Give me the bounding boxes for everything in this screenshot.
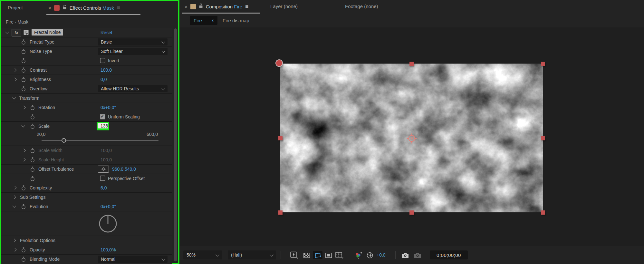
handle-top-center[interactable] [409, 62, 414, 66]
exposure-button[interactable] [365, 251, 375, 259]
handle-bottom-right[interactable] [541, 210, 545, 215]
row-scale-width: Scale Width 100,0 [1, 146, 172, 155]
chevron-right-icon[interactable] [22, 158, 25, 161]
tab-title: Composition Fire [206, 4, 242, 9]
tab-layer[interactable]: Layer (none) [270, 4, 298, 9]
stopwatch-icon[interactable] [30, 124, 35, 129]
chevron-right-icon[interactable] [13, 68, 16, 72]
chevron-right-icon[interactable] [13, 77, 16, 81]
stopwatch-icon[interactable] [21, 58, 26, 64]
mask-visibility-button[interactable] [313, 251, 322, 259]
evolution-dial[interactable] [98, 213, 118, 235]
region-of-interest-button[interactable] [324, 251, 333, 259]
slider-max-label: 600,0 [140, 132, 158, 137]
close-icon[interactable]: × [185, 4, 187, 9]
handle-mid-right[interactable] [541, 136, 545, 140]
exposure-value[interactable]: +0,0 [377, 252, 386, 258]
unlock-icon[interactable] [199, 3, 203, 10]
stopwatch-icon[interactable] [21, 39, 26, 45]
fast-previews-button[interactable] [290, 251, 299, 259]
overflow-dropdown[interactable]: Allow HDR Results [98, 85, 168, 92]
chevron-right-icon[interactable] [13, 186, 16, 189]
stopwatch-icon[interactable] [30, 105, 35, 110]
chevron-right-icon[interactable] [22, 106, 25, 109]
stopwatch-icon[interactable] [21, 67, 26, 73]
handle-bottom-left[interactable] [278, 210, 283, 215]
stopwatch-icon[interactable] [21, 49, 26, 54]
scale-value-input[interactable]: 136 [98, 123, 108, 128]
effect-name[interactable]: Fractal Noise [32, 29, 63, 36]
row-rotation: Rotation 0x+0,0° [1, 103, 172, 112]
effect-control-point[interactable] [405, 132, 418, 146]
stopwatch-icon[interactable] [21, 185, 26, 191]
stopwatch-icon[interactable] [30, 176, 35, 181]
handle-top-right[interactable] [541, 62, 545, 66]
chevron-down-icon [161, 40, 165, 43]
stopwatch-icon[interactable] [21, 247, 26, 253]
panel-menu-icon[interactable]: ≡ [117, 5, 120, 11]
tab-footage[interactable]: Footage (none) [345, 4, 378, 9]
handle-mid-left[interactable] [278, 136, 283, 140]
resolution-dropdown[interactable]: (Half) [228, 250, 276, 259]
close-icon[interactable]: × [48, 5, 51, 10]
blending-mode-dropdown[interactable]: Normal [98, 256, 168, 263]
grid-guides-button[interactable] [335, 251, 344, 259]
chevron-right-icon[interactable] [22, 148, 25, 152]
chevron-down-icon[interactable] [12, 204, 16, 208]
panel-menu-icon[interactable]: ≡ [245, 4, 248, 9]
rgb-channels-icon [354, 252, 362, 259]
noise-type-dropdown[interactable]: Soft Linear [98, 48, 168, 55]
row-transform-group: Transform [1, 94, 172, 103]
fx-badge-icon[interactable]: fx [12, 29, 21, 36]
offset-turbulence-value[interactable]: 960,0,540,0 [112, 167, 136, 172]
opacity-value[interactable]: 100,0% [101, 247, 116, 252]
uniform-scaling-checkbox[interactable]: ✓ [100, 114, 105, 119]
complexity-value[interactable]: 6,0 [101, 185, 107, 190]
stopwatch-icon[interactable] [30, 167, 35, 172]
stopwatch-icon[interactable] [30, 114, 35, 120]
scale-slider-thumb[interactable] [62, 138, 66, 143]
fractal-type-dropdown[interactable]: Basic [98, 38, 168, 46]
scale-height-value: 100,0 [101, 157, 112, 162]
unlock-icon[interactable] [62, 5, 67, 11]
chevron-right-icon[interactable] [13, 248, 16, 251]
layer-anchor-handle[interactable] [275, 59, 283, 67]
channel-settings-button[interactable] [353, 251, 363, 259]
tab-effect-controls[interactable]: × Effect Controls Mask ≡ [46, 1, 140, 14]
evolution-value[interactable]: 0x+0,0° [101, 204, 116, 209]
breadcrumb-parent-comp[interactable]: Fire dis map [223, 18, 249, 23]
effect-preset-icon[interactable] [23, 29, 29, 37]
stopwatch-icon[interactable] [21, 204, 26, 209]
stopwatch-icon[interactable] [21, 77, 26, 82]
breadcrumb-current-comp[interactable]: Fire ‹ [190, 16, 217, 25]
invert-checkbox[interactable] [100, 58, 105, 63]
toolbar-divider [395, 251, 396, 259]
take-snapshot-button[interactable] [400, 251, 410, 259]
rotation-value[interactable]: 0x+0,0° [101, 105, 116, 110]
chevron-down-icon[interactable] [5, 30, 9, 34]
current-time-display[interactable]: 0;00;00;00 [430, 250, 468, 259]
chevron-down-icon[interactable] [21, 124, 25, 127]
tab-composition[interactable]: × Composition Fire ≡ [182, 0, 251, 13]
composition-viewport[interactable] [180, 27, 644, 246]
transparency-grid-button[interactable] [302, 251, 312, 259]
stopwatch-icon[interactable] [21, 86, 26, 92]
chevron-right-icon[interactable] [12, 195, 16, 199]
tab-project[interactable]: Project [8, 5, 23, 10]
chevron-right-icon[interactable] [12, 239, 16, 242]
vertical-scrollbar[interactable] [174, 28, 177, 261]
contrast-value[interactable]: 100,0 [101, 67, 112, 73]
chevron-down-icon[interactable] [12, 96, 16, 99]
effect-point-target-button[interactable] [98, 166, 109, 173]
handle-bottom-center[interactable] [409, 210, 414, 215]
group-label: Sub Settings [20, 195, 45, 200]
show-snapshot-button[interactable] [413, 251, 422, 259]
region-icon [325, 253, 332, 258]
row-overflow: Overflow Allow HDR Results [1, 84, 172, 94]
stopwatch-icon[interactable] [21, 257, 26, 262]
scale-slider-track[interactable] [42, 140, 159, 141]
reset-button[interactable]: Reset [101, 30, 112, 35]
perspective-offset-checkbox[interactable] [100, 176, 105, 181]
brightness-value[interactable]: 0,0 [101, 77, 107, 82]
magnification-dropdown[interactable]: 50% [183, 250, 222, 259]
